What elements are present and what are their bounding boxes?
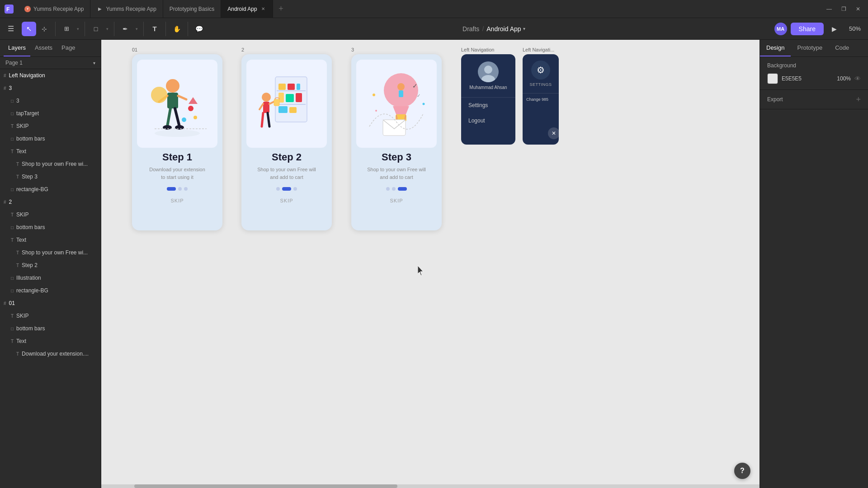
tab-code[interactable]: Code [829, 40, 855, 56]
layer-skip-01[interactable]: T SKIP [0, 310, 101, 322]
layer-text-01[interactable]: T Text [0, 335, 101, 347]
svg-point-2 [155, 130, 200, 137]
tab-page[interactable]: Page [57, 40, 80, 56]
skip-01[interactable]: SKIP [170, 198, 184, 203]
settings-frame-label: Left Navigati... [523, 47, 554, 52]
tab-yumms1[interactable]: Y Yumms Recepie App [18, 0, 90, 18]
layer-step2[interactable]: T Step 2 [0, 259, 101, 272]
layer-text-2[interactable]: T Text [0, 234, 101, 246]
left-panel: Layers Assets Page Page 1 ▾ # Left Navig… [0, 40, 101, 488]
layer-step3[interactable]: T Step 3 [0, 170, 101, 183]
layer-group-2[interactable]: # 2 [0, 196, 101, 208]
layer-rectBG-3[interactable]: □ rectangle-BG [0, 183, 101, 196]
zoom-level[interactable]: 50% [845, 23, 864, 34]
text-icon: T [11, 212, 14, 217]
layer-group-01[interactable]: # 01 [0, 297, 101, 310]
svg-point-10 [175, 125, 184, 130]
tab-layers[interactable]: Layers [4, 40, 30, 56]
comment-tool[interactable]: 💬 [192, 22, 206, 36]
layer-bottombars-3[interactable]: □ bottom bars [0, 132, 101, 145]
phone-frame-2[interactable]: Step 2 Shop to your own Free willand add… [241, 54, 332, 230]
settings-frame: ⚙ SETTINGS Change 985 ✕ [523, 54, 559, 145]
layer-tapTarget[interactable]: □ 3 [0, 94, 101, 107]
rect-icon: □ [11, 225, 14, 230]
layer-bottombars-01[interactable]: □ bottom bars [0, 322, 101, 335]
tab-prototype[interactable]: Prototype [791, 40, 829, 56]
rect-tool[interactable]: □ [89, 22, 103, 36]
play-button[interactable]: ▶ [827, 22, 842, 36]
svg-text:✓: ✓ [412, 82, 418, 89]
layer-shopfree-3[interactable]: T Shop to your own Free wi... [0, 158, 101, 170]
tab-yumms2[interactable]: ▶ Yumms Recepie App [90, 0, 163, 18]
text-icon: T [16, 250, 19, 255]
export-add-icon[interactable]: + [856, 95, 861, 103]
skip-3[interactable]: SKIP [390, 198, 403, 203]
layer-group-3[interactable]: # 3 [0, 82, 101, 94]
layer-illustration-3[interactable]: □ tapTarget [0, 107, 101, 120]
select-tool[interactable]: ↖ [22, 22, 36, 36]
fill-opacity[interactable]: 100% [837, 75, 851, 82]
tab-play-icon: ▶ [97, 6, 103, 12]
text-icon: T [16, 352, 19, 357]
skip-2[interactable]: SKIP [280, 198, 293, 203]
phone-frame-3[interactable]: ✓ ✓ Step 3 Shop to your own Fr [351, 54, 442, 230]
canvas-scrollbar[interactable] [101, 484, 760, 488]
layer-text-3[interactable]: T Text [0, 145, 101, 158]
step1-desc: Download your extensionto start using it [142, 166, 212, 181]
tab-add-button[interactable]: + [273, 0, 289, 18]
text-icon: T [11, 124, 14, 129]
help-button[interactable]: ? [734, 463, 750, 479]
layer-shopfree-2[interactable]: T Shop to your own Free wi... [0, 246, 101, 259]
svg-rect-21 [288, 84, 295, 90]
frame-tool[interactable]: ⊞ [59, 22, 74, 36]
tab-close-android[interactable]: ✕ [260, 6, 266, 12]
layer-download[interactable]: T Download your extension.... [0, 347, 101, 360]
close-button-circle[interactable]: ✕ [548, 127, 559, 139]
fill-swatch[interactable] [767, 73, 778, 84]
window-close[interactable]: ✕ [852, 3, 864, 15]
layer-bottombars-2[interactable]: □ bottom bars [0, 221, 101, 234]
pen-tool-arrow[interactable]: ▾ [133, 22, 140, 36]
frame-tool-arrow[interactable]: ▾ [75, 22, 81, 36]
canvas-scrollbar-thumb[interactable] [134, 484, 397, 488]
tab-assets[interactable]: Assets [30, 40, 57, 56]
app-logo: F [0, 0, 18, 18]
dots-01 [167, 187, 188, 191]
nav-item-logout[interactable]: Logout [461, 113, 515, 128]
breadcrumb-parent[interactable]: Drafts [462, 25, 479, 33]
svg-rect-32 [274, 99, 279, 106]
export-section: Export + [760, 90, 868, 109]
frame-select-tool[interactable]: ⊹ [37, 22, 52, 36]
svg-marker-15 [189, 97, 198, 104]
nav-item-settings[interactable]: Settings [461, 98, 515, 113]
layer-rectBG-2[interactable]: □ rectangle-BG [0, 284, 101, 297]
menu-button[interactable]: ☰ [4, 22, 18, 36]
layer-item-left-nav[interactable]: # Left Navigation [0, 69, 101, 82]
page-selector[interactable]: Page 1 ▾ [0, 57, 101, 69]
phone-frame-01[interactable]: Step 1 Download your extensionto start u… [132, 54, 222, 230]
tab-design[interactable]: Design [760, 40, 791, 56]
layer-skip-2[interactable]: T SKIP [0, 208, 101, 221]
avatar[interactable]: MA [774, 23, 787, 35]
window-maximize[interactable]: ❐ [837, 3, 850, 15]
eye-icon[interactable]: 👁 [854, 75, 861, 82]
text-tool[interactable]: T [147, 22, 162, 36]
share-button[interactable]: Share [791, 23, 824, 35]
text-icon: T [16, 162, 19, 167]
rect-icon: □ [11, 187, 14, 192]
window-minimize[interactable]: — [823, 3, 835, 15]
tab-prototyping[interactable]: Prototyping Basics [163, 0, 221, 18]
main-area: Layers Assets Page Page 1 ▾ # Left Navig… [0, 40, 868, 488]
rect-icon: □ [11, 99, 14, 103]
illustration-01 [137, 60, 217, 148]
hand-tool[interactable]: ✋ [170, 22, 184, 36]
layer-illustration-2[interactable]: □ Illustration [0, 272, 101, 284]
breadcrumb-current[interactable]: Android App ▾ [486, 25, 525, 33]
rect-tool-arrow[interactable]: ▾ [104, 22, 110, 36]
breadcrumb-separator: / [482, 25, 484, 33]
tab-android[interactable]: Android App ✕ [221, 0, 273, 18]
fill-value[interactable]: E5E5E5 [782, 75, 833, 82]
settings-change-item[interactable]: Change 985 [523, 94, 559, 105]
pen-tool[interactable]: ✒ [118, 22, 132, 36]
layer-skip-3[interactable]: T SKIP [0, 120, 101, 132]
